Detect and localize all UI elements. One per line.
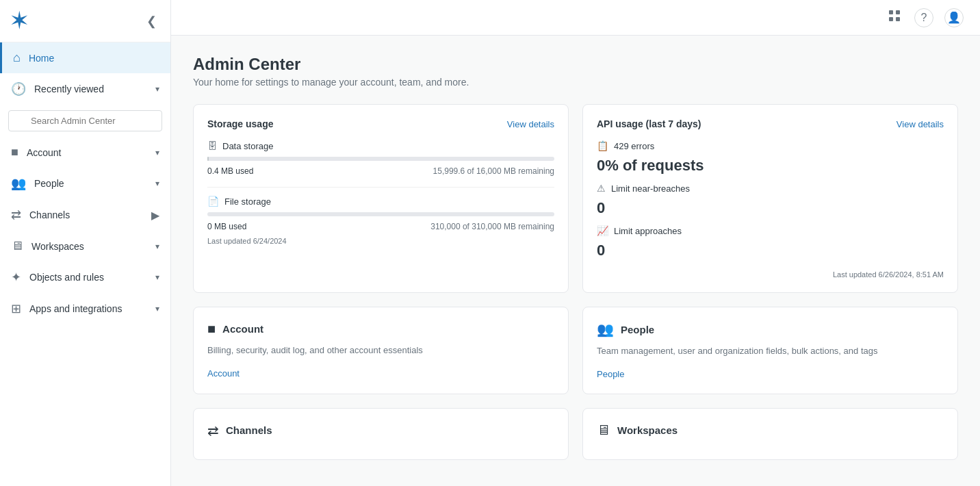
sidebar-people-label: People bbox=[34, 178, 64, 189]
sidebar-item-people[interactable]: 👥 People ▾ bbox=[0, 168, 170, 199]
api-card-header: API usage (last 7 days) View details bbox=[597, 118, 944, 129]
data-storage-label-row: 🗄 Data storage bbox=[207, 140, 554, 151]
nav-card-channels: ⇄ Channels bbox=[193, 408, 569, 460]
api-errors-label: 429 errors bbox=[614, 141, 654, 151]
file-storage-icon: 📄 bbox=[207, 196, 219, 207]
storage-divider bbox=[207, 187, 554, 188]
help-button[interactable]: ? bbox=[914, 8, 933, 27]
file-storage-label: File storage bbox=[224, 196, 271, 207]
recently-viewed-label: Recently viewed bbox=[34, 84, 104, 94]
sidebar-home-label: Home bbox=[29, 53, 54, 64]
data-storage-label: Data storage bbox=[222, 141, 273, 151]
nav-card-channels-title: Channels bbox=[226, 424, 272, 436]
data-storage-remaining: 15,999.6 of 16,000 MB remaining bbox=[433, 166, 554, 176]
sidebar-workspaces-label: Workspaces bbox=[31, 241, 84, 252]
sidebar-item-objects[interactable]: ✦ Objects and rules ▾ bbox=[0, 261, 170, 293]
objects-icon: ✦ bbox=[11, 270, 21, 285]
nav-card-account-icon: ■ bbox=[207, 321, 216, 337]
storage-view-details-link[interactable]: View details bbox=[507, 119, 554, 129]
api-card-title: API usage (last 7 days) bbox=[597, 118, 701, 129]
sidebar-item-recently-viewed[interactable]: 🕐 Recently viewed ▾ bbox=[0, 73, 170, 105]
account-icon: ■ bbox=[11, 145, 18, 159]
apps-icon: ⊞ bbox=[11, 301, 21, 316]
file-storage-section: 📄 File storage 0 MB used 310,000 of 310,… bbox=[207, 196, 554, 245]
nav-card-workspaces-title: Workspaces bbox=[617, 424, 678, 436]
recently-viewed-chevron: ▾ bbox=[155, 84, 159, 94]
storage-card: Storage usage View details 🗄 Data storag… bbox=[193, 104, 569, 293]
channels-icon: ⇄ bbox=[11, 207, 21, 222]
api-approaches-row: 📈 Limit approaches bbox=[597, 225, 944, 236]
nav-cards-row: ■ Account Billing, security, audit log, … bbox=[193, 307, 958, 394]
svg-rect-2 bbox=[889, 17, 893, 21]
nav-card-account-header: ■ Account bbox=[207, 321, 554, 337]
grid-icon-button[interactable] bbox=[886, 7, 903, 28]
sidebar-logo-area: ✶ ❮ bbox=[0, 0, 170, 42]
storage-last-updated: Last updated 6/24/2024 bbox=[207, 237, 554, 245]
file-storage-used: 0 MB used bbox=[207, 222, 246, 231]
search-wrapper: 🔍 bbox=[8, 110, 162, 131]
api-errors-row: 📋 429 errors bbox=[597, 140, 944, 151]
nav-card-people-desc: Team management, user and organization f… bbox=[597, 344, 944, 358]
file-storage-progress-bg bbox=[207, 212, 554, 216]
nav-card-people-icon: 👥 bbox=[597, 321, 614, 337]
storage-card-title: Storage usage bbox=[207, 118, 273, 129]
data-storage-progress-bg bbox=[207, 157, 554, 161]
nav-card-channels-icon: ⇄ bbox=[207, 422, 219, 439]
clock-icon: 🕐 bbox=[11, 81, 26, 97]
nav-card-people-header: 👥 People bbox=[597, 321, 944, 337]
zendesk-logo: ✶ bbox=[11, 10, 27, 32]
sidebar-channels-label: Channels bbox=[29, 209, 70, 220]
nav-card-people-title: People bbox=[621, 324, 654, 335]
api-last-updated: Last updated 6/26/2024, 8:51 AM bbox=[597, 270, 944, 279]
page-content: Admin Center Your home for settings to m… bbox=[171, 36, 980, 479]
apps-chevron: ▾ bbox=[155, 304, 159, 314]
people-chevron: ▾ bbox=[155, 179, 159, 188]
sidebar-collapse-button[interactable]: ❮ bbox=[144, 11, 159, 31]
api-approaches-label: Limit approaches bbox=[614, 226, 682, 236]
nav-card-account: ■ Account Billing, security, audit log, … bbox=[193, 307, 569, 394]
sidebar-item-account[interactable]: ■ Account ▾ bbox=[0, 137, 170, 168]
search-container: 🔍 bbox=[0, 105, 170, 137]
api-near-breaches-row: ⚠ Limit near-breaches bbox=[597, 183, 944, 194]
sidebar-item-apps[interactable]: ⊞ Apps and integrations ▾ bbox=[0, 293, 170, 324]
data-storage-used: 0.4 MB used bbox=[207, 166, 253, 176]
channels-cursor-indicator: ▶ bbox=[151, 209, 159, 222]
svg-rect-1 bbox=[896, 10, 900, 14]
main-content: ? 👤 Admin Center Your home for settings … bbox=[171, 0, 980, 486]
topbar: ? 👤 bbox=[171, 0, 980, 36]
data-storage-meta: 0.4 MB used 15,999.6 of 16,000 MB remain… bbox=[207, 166, 554, 176]
people-icon: 👥 bbox=[11, 176, 26, 191]
api-approaches-count: 0 bbox=[597, 242, 944, 259]
bottom-cards-row: ⇄ Channels 🖥 Workspaces bbox=[193, 408, 958, 460]
nav-card-people-link[interactable]: People bbox=[597, 369, 624, 379]
workspaces-icon: 🖥 bbox=[11, 239, 23, 253]
file-storage-label-row: 📄 File storage bbox=[207, 196, 554, 207]
user-profile-button[interactable]: 👤 bbox=[944, 8, 964, 27]
api-near-breaches-count: 0 bbox=[597, 199, 944, 217]
nav-card-account-desc: Billing, security, audit log, and other … bbox=[207, 344, 554, 357]
nav-card-people: 👥 People Team management, user and organ… bbox=[582, 307, 958, 394]
sidebar-item-channels[interactable]: ⇄ Channels ▾ ▶ bbox=[0, 199, 170, 231]
nav-card-channels-header: ⇄ Channels bbox=[207, 422, 554, 439]
account-chevron: ▾ bbox=[155, 148, 159, 157]
nav-card-account-link[interactable]: Account bbox=[207, 368, 240, 379]
file-storage-meta: 0 MB used 310,000 of 310,000 MB remainin… bbox=[207, 222, 554, 231]
top-cards-row: Storage usage View details 🗄 Data storag… bbox=[193, 104, 958, 293]
page-subtitle: Your home for settings to manage your ac… bbox=[193, 77, 958, 88]
sidebar-apps-label: Apps and integrations bbox=[29, 303, 122, 314]
sidebar-objects-label: Objects and rules bbox=[29, 272, 104, 283]
api-requests-pct: 0% of requests bbox=[597, 157, 944, 175]
nav-card-workspaces-header: 🖥 Workspaces bbox=[597, 422, 944, 438]
nav-card-workspaces-icon: 🖥 bbox=[597, 422, 610, 438]
data-storage-icon: 🗄 bbox=[207, 140, 217, 151]
objects-chevron: ▾ bbox=[155, 272, 159, 282]
search-input[interactable] bbox=[8, 110, 162, 131]
api-card: API usage (last 7 days) View details 📋 4… bbox=[582, 104, 958, 293]
storage-card-header: Storage usage View details bbox=[207, 118, 554, 129]
file-storage-remaining: 310,000 of 310,000 MB remaining bbox=[430, 222, 554, 231]
sidebar-item-workspaces[interactable]: 🖥 Workspaces ▾ bbox=[0, 231, 170, 261]
workspaces-chevron: ▾ bbox=[155, 242, 159, 251]
api-view-details-link[interactable]: View details bbox=[897, 119, 944, 129]
sidebar-item-home[interactable]: ⌂ Home bbox=[0, 42, 170, 73]
nav-card-workspaces: 🖥 Workspaces bbox=[582, 408, 958, 460]
